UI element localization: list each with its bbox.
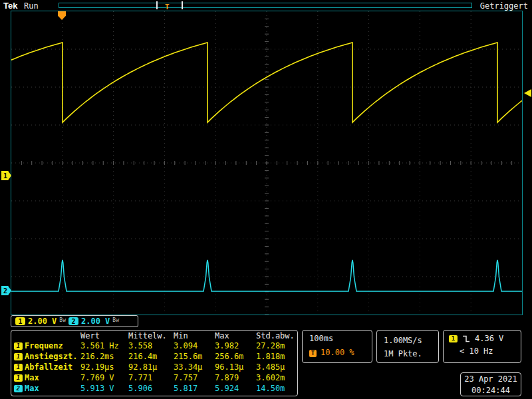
trigger-settings-box: 1 4.36 V < 10 Hz bbox=[443, 330, 521, 363]
ch2-ground-marker: 2 bbox=[1, 286, 11, 295]
trigger-level-arrow bbox=[524, 89, 531, 97]
ch1-ground-marker: 1 bbox=[1, 171, 11, 180]
col-stdabw: Std.abw. bbox=[256, 331, 295, 340]
trigger-source-badge: 1 bbox=[449, 335, 458, 342]
oscilloscope-display: Tek Run T Getriggert 1 2 1 2.00 V Bw 2 2… bbox=[0, 0, 532, 399]
brand-logo: Tek bbox=[3, 1, 17, 11]
col-min: Min bbox=[174, 331, 215, 340]
ch2-trace bbox=[11, 260, 522, 291]
ch1-badge: 1 bbox=[14, 353, 23, 360]
trigger-pos-icon: T bbox=[309, 350, 317, 357]
trigger-level-value: 4.36 V bbox=[475, 334, 503, 343]
measurement-header-row: Wert Mittelw. Min Max Std.abw. bbox=[11, 331, 297, 340]
trigger-coupling: < 10 Hz bbox=[449, 346, 521, 356]
measurement-row: 1Anstiegszt. 216.2ms 216.4m 215.6m 256.6… bbox=[11, 351, 297, 362]
ch1-badge: 1 bbox=[14, 342, 23, 350]
record-length: 1M Pkte. bbox=[384, 347, 438, 360]
measurement-row: 1Max 7.769 V 7.771 7.757 7.879 3.602m bbox=[11, 372, 297, 383]
horizontal-settings-box: 100ms T10.00 % bbox=[302, 330, 372, 363]
ch2-bandwidth-icon: Bw bbox=[112, 317, 119, 323]
time: 00:24:44 bbox=[461, 385, 521, 396]
trigger-status: Getriggert bbox=[480, 1, 528, 11]
ch1-scale: 2.00 V bbox=[28, 317, 57, 326]
measurement-table: Wert Mittelw. Min Max Std.abw. 1Frequenz… bbox=[11, 330, 298, 396]
sample-rate: 1.00MS/s bbox=[384, 334, 438, 347]
measurement-row: 1Frequenz 3.561 Hz 3.558 3.094 3.982 27.… bbox=[11, 340, 297, 351]
col-max: Max bbox=[215, 331, 256, 340]
ch2-scale: 2.00 V bbox=[81, 317, 110, 326]
col-wert: Wert bbox=[80, 331, 128, 340]
col-mittelw: Mittelw. bbox=[128, 331, 174, 340]
channel-readouts: 1 2.00 V Bw 2 2.00 V Bw bbox=[11, 315, 138, 327]
measurement-row: 1Abfallzeit 92.19µs 92.81µ 33.34µ 96.13µ… bbox=[11, 362, 297, 372]
ch1-trace bbox=[11, 43, 522, 122]
trigger-position-value: 10.00 % bbox=[321, 348, 354, 357]
acquisition-box: 1.00MS/s 1M Pkte. bbox=[376, 330, 439, 363]
ch2-badge: 2 bbox=[14, 385, 23, 392]
ch1-bandwidth-icon: Bw bbox=[59, 317, 66, 323]
acquisition-status: Run bbox=[24, 1, 39, 11]
date: 23 Apr 2021 bbox=[461, 374, 521, 385]
graticule bbox=[11, 11, 523, 315]
falling-edge-icon bbox=[462, 334, 471, 343]
waveform-plot bbox=[11, 11, 522, 315]
ch1-badge: 1 bbox=[15, 317, 25, 325]
record-view-bar bbox=[59, 3, 472, 8]
ch2-badge: 2 bbox=[68, 317, 78, 325]
ch1-badge: 1 bbox=[14, 374, 23, 382]
ch1-badge: 1 bbox=[14, 364, 23, 371]
display-window-bracket bbox=[156, 1, 183, 9]
timebase: 100ms bbox=[309, 334, 372, 343]
measurement-row: 2Max 5.913 V 5.906 5.817 5.924 14.50m bbox=[11, 383, 297, 394]
datetime-box: 23 Apr 2021 00:24:44 bbox=[460, 372, 521, 396]
